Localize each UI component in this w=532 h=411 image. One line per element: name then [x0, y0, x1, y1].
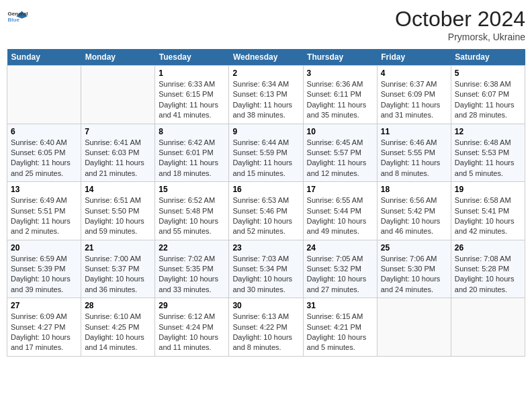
day-number: 27: [11, 301, 77, 310]
day-info: Sunrise: 6:12 AM Sunset: 4:24 PM Dayligh…: [159, 312, 225, 353]
day-number: 28: [85, 301, 151, 310]
day-number: 18: [381, 185, 447, 194]
day-info: Sunrise: 6:38 AM Sunset: 6:07 PM Dayligh…: [455, 79, 521, 121]
day-number: 23: [232, 243, 299, 253]
day-number: 19: [455, 185, 521, 194]
day-info: Sunrise: 6:42 AM Sunset: 6:01 PM Dayligh…: [159, 138, 225, 179]
calendar-day-cell: 8Sunrise: 6:42 AM Sunset: 6:01 PM Daylig…: [155, 124, 229, 182]
location-subtitle: Prymorsk, Ukraine: [395, 32, 525, 42]
day-of-week-header: Wednesday: [229, 49, 303, 66]
day-info: Sunrise: 6:44 AM Sunset: 5:59 PM Dayligh…: [232, 138, 299, 179]
day-info: Sunrise: 6:41 AM Sunset: 6:03 PM Dayligh…: [85, 138, 151, 179]
calendar-day-cell: [377, 298, 451, 357]
calendar-day-cell: [81, 66, 155, 124]
calendar-day-cell: 28Sunrise: 6:10 AM Sunset: 4:25 PM Dayli…: [81, 298, 155, 357]
calendar-week-row: 27Sunrise: 6:09 AM Sunset: 4:27 PM Dayli…: [7, 298, 525, 357]
day-info: Sunrise: 7:03 AM Sunset: 5:34 PM Dayligh…: [232, 254, 299, 295]
calendar-day-cell: 9Sunrise: 6:44 AM Sunset: 5:59 PM Daylig…: [229, 124, 303, 182]
day-info: Sunrise: 6:10 AM Sunset: 4:25 PM Dayligh…: [85, 312, 151, 353]
day-of-week-header: Monday: [81, 49, 155, 66]
page-header: General Blue October 2024 Prymorsk, Ukra…: [7, 7, 525, 42]
day-number: 14: [85, 185, 151, 194]
calendar-day-cell: 4Sunrise: 6:37 AM Sunset: 6:09 PM Daylig…: [377, 66, 451, 124]
day-of-week-header: Friday: [377, 49, 451, 66]
calendar-day-cell: 31Sunrise: 6:15 AM Sunset: 4:21 PM Dayli…: [303, 298, 377, 357]
day-info: Sunrise: 6:46 AM Sunset: 5:55 PM Dayligh…: [381, 138, 447, 179]
day-number: 15: [159, 185, 225, 194]
calendar-day-cell: 3Sunrise: 6:36 AM Sunset: 6:11 PM Daylig…: [303, 66, 377, 124]
calendar-day-cell: 18Sunrise: 6:56 AM Sunset: 5:42 PM Dayli…: [377, 182, 451, 240]
calendar-day-cell: 29Sunrise: 6:12 AM Sunset: 4:24 PM Dayli…: [155, 298, 229, 357]
day-info: Sunrise: 6:56 AM Sunset: 5:42 PM Dayligh…: [381, 195, 447, 237]
calendar-day-cell: 11Sunrise: 6:46 AM Sunset: 5:55 PM Dayli…: [377, 124, 451, 182]
day-info: Sunrise: 6:34 AM Sunset: 6:13 PM Dayligh…: [232, 79, 299, 121]
day-info: Sunrise: 6:45 AM Sunset: 5:57 PM Dayligh…: [307, 138, 373, 179]
calendar-day-cell: 30Sunrise: 6:13 AM Sunset: 4:22 PM Dayli…: [229, 298, 303, 357]
calendar-day-cell: 17Sunrise: 6:55 AM Sunset: 5:44 PM Dayli…: [303, 182, 377, 240]
day-of-week-header: Thursday: [303, 49, 377, 66]
calendar-day-cell: 16Sunrise: 6:53 AM Sunset: 5:46 PM Dayli…: [229, 182, 303, 240]
calendar-day-cell: 1Sunrise: 6:33 AM Sunset: 6:15 PM Daylig…: [155, 66, 229, 124]
day-of-week-header: Sunday: [7, 49, 81, 66]
day-number: 30: [232, 301, 299, 310]
day-info: Sunrise: 6:37 AM Sunset: 6:09 PM Dayligh…: [381, 79, 447, 121]
day-number: 2: [232, 68, 299, 78]
day-info: Sunrise: 6:53 AM Sunset: 5:46 PM Dayligh…: [232, 195, 299, 237]
day-number: 7: [85, 127, 151, 136]
day-info: Sunrise: 7:05 AM Sunset: 5:32 PM Dayligh…: [307, 254, 373, 295]
day-info: Sunrise: 6:48 AM Sunset: 5:53 PM Dayligh…: [455, 138, 521, 179]
day-number: 17: [307, 185, 373, 194]
day-info: Sunrise: 6:55 AM Sunset: 5:44 PM Dayligh…: [307, 195, 373, 237]
calendar-day-cell: 23Sunrise: 7:03 AM Sunset: 5:34 PM Dayli…: [229, 240, 303, 298]
calendar-day-cell: [7, 66, 81, 124]
calendar-day-cell: 5Sunrise: 6:38 AM Sunset: 6:07 PM Daylig…: [451, 66, 525, 124]
day-number: 10: [307, 127, 373, 136]
day-number: 20: [11, 243, 77, 253]
day-number: 24: [307, 243, 373, 253]
day-number: 16: [232, 185, 299, 194]
calendar-week-row: 13Sunrise: 6:49 AM Sunset: 5:51 PM Dayli…: [7, 182, 525, 240]
calendar-table: SundayMondayTuesdayWednesdayThursdayFrid…: [7, 49, 525, 357]
day-info: Sunrise: 6:36 AM Sunset: 6:11 PM Dayligh…: [307, 79, 373, 121]
svg-text:General: General: [8, 11, 28, 17]
calendar-day-cell: 15Sunrise: 6:52 AM Sunset: 5:48 PM Dayli…: [155, 182, 229, 240]
day-number: 13: [11, 185, 77, 194]
day-number: 21: [85, 243, 151, 253]
calendar-day-cell: 2Sunrise: 6:34 AM Sunset: 6:13 PM Daylig…: [229, 66, 303, 124]
day-number: 12: [455, 127, 521, 136]
day-number: 31: [307, 301, 373, 310]
calendar-day-cell: 21Sunrise: 7:00 AM Sunset: 5:37 PM Dayli…: [81, 240, 155, 298]
day-number: 1: [159, 68, 225, 78]
day-number: 8: [159, 127, 225, 136]
day-info: Sunrise: 6:33 AM Sunset: 6:15 PM Dayligh…: [159, 79, 225, 121]
calendar-day-cell: 10Sunrise: 6:45 AM Sunset: 5:57 PM Dayli…: [303, 124, 377, 182]
day-of-week-header: Tuesday: [155, 49, 229, 66]
day-info: Sunrise: 7:08 AM Sunset: 5:28 PM Dayligh…: [455, 254, 521, 295]
day-number: 3: [307, 68, 373, 78]
calendar-day-cell: 14Sunrise: 6:51 AM Sunset: 5:50 PM Dayli…: [81, 182, 155, 240]
calendar-week-row: 20Sunrise: 6:59 AM Sunset: 5:39 PM Dayli…: [7, 240, 525, 298]
day-info: Sunrise: 7:00 AM Sunset: 5:37 PM Dayligh…: [85, 254, 151, 295]
day-number: 22: [159, 243, 225, 253]
calendar-day-cell: 19Sunrise: 6:58 AM Sunset: 5:41 PM Dayli…: [451, 182, 525, 240]
calendar-day-cell: 22Sunrise: 7:02 AM Sunset: 5:35 PM Dayli…: [155, 240, 229, 298]
calendar-day-cell: 26Sunrise: 7:08 AM Sunset: 5:28 PM Dayli…: [451, 240, 525, 298]
day-number: 6: [11, 127, 77, 136]
calendar-day-cell: 7Sunrise: 6:41 AM Sunset: 6:03 PM Daylig…: [81, 124, 155, 182]
day-info: Sunrise: 6:52 AM Sunset: 5:48 PM Dayligh…: [159, 195, 225, 237]
day-number: 9: [232, 127, 299, 136]
calendar-week-row: 1Sunrise: 6:33 AM Sunset: 6:15 PM Daylig…: [7, 66, 525, 124]
calendar-day-cell: 13Sunrise: 6:49 AM Sunset: 5:51 PM Dayli…: [7, 182, 81, 240]
day-number: 11: [381, 127, 447, 136]
day-number: 5: [455, 68, 521, 78]
day-info: Sunrise: 7:02 AM Sunset: 5:35 PM Dayligh…: [159, 254, 225, 295]
day-info: Sunrise: 6:09 AM Sunset: 4:27 PM Dayligh…: [11, 312, 77, 353]
calendar-day-cell: 27Sunrise: 6:09 AM Sunset: 4:27 PM Dayli…: [7, 298, 81, 357]
logo: General Blue: [7, 7, 28, 28]
day-info: Sunrise: 6:40 AM Sunset: 6:05 PM Dayligh…: [11, 138, 77, 179]
day-info: Sunrise: 6:13 AM Sunset: 4:22 PM Dayligh…: [232, 312, 299, 353]
day-info: Sunrise: 6:49 AM Sunset: 5:51 PM Dayligh…: [11, 195, 77, 237]
calendar-day-cell: 25Sunrise: 7:06 AM Sunset: 5:30 PM Dayli…: [377, 240, 451, 298]
day-info: Sunrise: 6:58 AM Sunset: 5:41 PM Dayligh…: [455, 195, 521, 237]
day-of-week-header: Saturday: [451, 49, 525, 66]
